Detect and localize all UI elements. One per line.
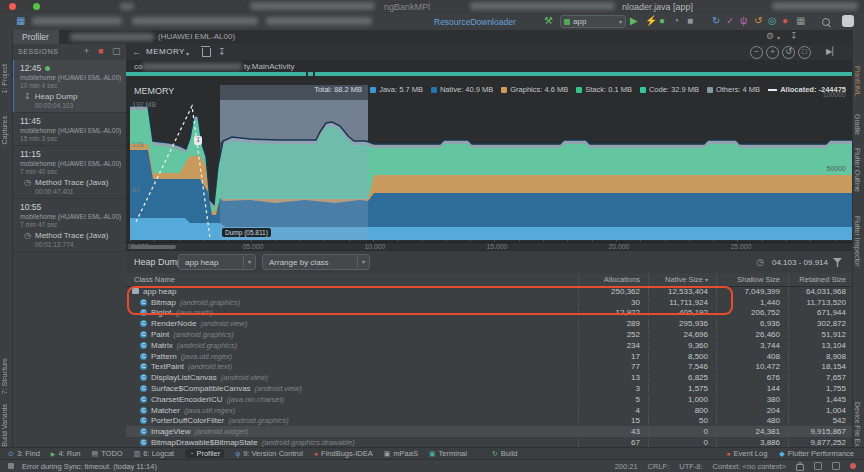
gear-icon[interactable]: ⚙ <box>766 31 774 41</box>
tool-stripe-button[interactable]: Build Variants <box>1 404 8 447</box>
tool-window-button[interactable]: ● Event Log <box>726 449 767 458</box>
tool-window-button[interactable]: ▣ Terminal <box>429 449 467 458</box>
run-target-icon[interactable]: ◎ <box>768 14 777 28</box>
debug-icon[interactable]: ● <box>659 14 665 28</box>
session-item[interactable]: 11:15 mobilehome (HUAWEI EML-AL00) 7 min… <box>12 146 126 199</box>
zoom-to-selection-button[interactable]: □ <box>798 46 811 59</box>
collapse-panel-icon[interactable]: ▢ <box>112 46 121 57</box>
table-row[interactable]: ImageView (android.widget) 43 0 24,381 9… <box>126 426 852 437</box>
timeline-scrollbar[interactable] <box>130 245 176 249</box>
session-artifact[interactable]: ↧ Heap Dump 00:00:04.103 <box>24 92 122 109</box>
trash-icon[interactable] <box>202 48 211 57</box>
tool-stripe-button[interactable]: Flutter Inspector <box>854 216 861 267</box>
zoom-in-button[interactable]: + <box>766 46 779 59</box>
sync-project-icon[interactable]: ↻ <box>712 14 720 28</box>
stop-icon[interactable]: ■ <box>687 14 693 28</box>
add-session-icon[interactable]: + <box>84 46 89 57</box>
status-message[interactable]: Error during Sync: timeout. (today 11:14… <box>22 462 157 471</box>
table-row[interactable]: Bitmap (android.graphics) 30 11,711,924 … <box>126 297 852 308</box>
status-icon[interactable] <box>8 463 14 469</box>
selection-overlay-top[interactable] <box>220 85 368 100</box>
column-shallow-size[interactable]: Shallow Size <box>716 273 788 286</box>
arrange-by-select[interactable]: Arrange by class ▾ <box>262 254 370 270</box>
table-row[interactable]: Paint (android.graphics) 252 24,696 26,4… <box>126 329 852 340</box>
lock-icon[interactable] <box>796 464 804 471</box>
export-icon[interactable]: ↧ <box>218 46 226 58</box>
column-allocations[interactable]: Allocations <box>578 273 648 286</box>
tool-window-button[interactable]: ▤ TODO <box>92 449 123 458</box>
tool-window-button[interactable]: ● FindBugs-IDEA <box>314 449 373 458</box>
build-hammer-icon[interactable]: ⚒ <box>544 14 553 28</box>
notifications-icon[interactable]: ● <box>782 14 788 28</box>
session-artifact[interactable]: ◷ Method Trace (Java) 00:01:12.774 <box>24 231 122 248</box>
stop-session-icon[interactable]: ■ <box>98 46 103 57</box>
class-name: PorterDuffColorFilter <box>151 416 224 425</box>
run-icon[interactable]: ▶ <box>630 14 638 28</box>
run-configuration-select[interactable]: app ▾ <box>560 15 626 28</box>
back-arrow-icon[interactable]: ← <box>132 46 141 58</box>
tool-stripe-button[interactable]: PlantUML <box>854 66 861 97</box>
table-row[interactable]: RenderNode (android.view) 289 295,936 6,… <box>126 318 852 329</box>
tool-window-button[interactable]: ▶ 4: Run <box>51 449 81 458</box>
user-avatar[interactable] <box>842 15 854 27</box>
memory-stacked-chart[interactable] <box>130 100 852 240</box>
notification-dot-icon[interactable] <box>850 463 856 469</box>
maximize-window-button[interactable] <box>33 3 40 10</box>
table-row[interactable]: BigInt (java.math) 12,922 405,192 206,75… <box>126 308 852 319</box>
table-row[interactable]: PorterDuffColorFilter (android.graphics)… <box>126 416 852 427</box>
table-row[interactable]: Pattern (java.util.regex) 17 8,500 408 8… <box>126 351 852 362</box>
table-row[interactable]: DisplayListCanvas (android.view) 13 6,82… <box>126 372 852 383</box>
import-session-icon[interactable]: ↧ <box>790 31 798 41</box>
filter-icon[interactable] <box>833 258 842 267</box>
heap-scope-select[interactable]: app heap ▾ <box>178 254 256 270</box>
tab-profiler[interactable]: Profiler <box>12 30 59 44</box>
tool-window-button[interactable]: ◆ Flutter Performance <box>779 449 854 458</box>
session-artifact[interactable]: ◷ Method Trace (Java) 00:00:47.401 <box>24 178 122 195</box>
table-row[interactable]: app heap 250,362 12,533,404 7,049,399 64… <box>126 286 852 297</box>
column-native-size[interactable]: Native Size ▾ <box>648 273 716 286</box>
table-row[interactable]: Matcher (java.util.regex) 4 800 204 1,00… <box>126 405 852 416</box>
close-window-button[interactable] <box>9 3 16 10</box>
rollback-icon[interactable]: ↺ <box>754 14 762 28</box>
profile-icon[interactable]: ◔ <box>673 14 679 28</box>
layout-grid-icon[interactable]: ▦ <box>796 14 805 28</box>
activity-lifecycle-bar[interactable] <box>126 72 852 76</box>
table-row[interactable]: CharsetEncoderICU (java.nio.charset) 5 1… <box>126 394 852 405</box>
breadcrumb[interactable]: ResourceDownloader <box>434 17 516 27</box>
table-row[interactable]: Matrix (android.graphics) 234 9,360 3,74… <box>126 340 852 351</box>
column-retained-size[interactable]: Retained Size <box>788 273 852 286</box>
search-everywhere-icon[interactable] <box>822 18 830 26</box>
session-item[interactable]: 11:45 mobilehome (HUAWEI EML-AL00) 15 mi… <box>12 113 126 146</box>
project-folder-icon[interactable]: ▦ <box>16 14 25 28</box>
tool-stripe-button[interactable]: Captures <box>1 116 8 144</box>
commit-icon[interactable]: ✓ <box>726 14 734 28</box>
session-item[interactable]: 12:45 mobilehome (HUAWEI EML-AL00) 10 mi… <box>12 60 126 113</box>
tool-window-button[interactable]: ◔ Profiler <box>185 449 224 458</box>
table-row[interactable]: Surface$CompatibleCanvas (android.view) … <box>126 383 852 394</box>
tool-stripe-button[interactable]: 7: Structure <box>1 358 8 394</box>
native-size-value: 6,825 <box>648 373 716 382</box>
reset-zoom-button[interactable]: ↺ <box>782 46 795 59</box>
caret-position[interactable]: 200:21 <box>615 462 638 471</box>
tool-stripe-button[interactable]: Gradle <box>854 114 861 135</box>
table-row[interactable]: TextPaint (android.text) 77 7,546 10,472… <box>126 362 852 373</box>
tool-window-button-build[interactable]: ↻ Build <box>492 449 518 458</box>
tool-stripe-button[interactable]: Flutter Outline <box>854 148 861 192</box>
file-encoding[interactable]: UTF-8: <box>679 462 702 471</box>
stage-selector[interactable]: MEMORY <box>146 47 185 56</box>
tool-window-button[interactable]: ▥ 6: Logcat <box>134 449 174 458</box>
tool-window-button[interactable]: ⊙ 3: Find <box>8 449 40 458</box>
heap-dump-event-marker[interactable]: ↧ <box>194 136 202 145</box>
column-class-name[interactable]: Class Name <box>126 273 578 286</box>
jump-to-live-icon[interactable]: ▶▏ <box>826 46 838 58</box>
tool-window-button[interactable]: ψ 9: Version Control <box>235 449 303 458</box>
apply-changes-icon[interactable]: ⚡ <box>645 14 657 28</box>
line-separator[interactable]: CRLF: <box>648 462 670 471</box>
vcs-branch-icon[interactable]: ψ <box>740 14 747 28</box>
tool-stripe-button[interactable]: 1: Project <box>1 64 8 94</box>
minimize-window-button[interactable] <box>0 3 7 10</box>
session-item[interactable]: 10:55 mobilehome (HUAWEI EML-AL00) 7 min… <box>12 199 126 252</box>
context-indicator[interactable]: Context: <no context> <box>713 462 786 471</box>
tool-window-button[interactable]: ▣ mPaaS <box>384 449 418 458</box>
zoom-out-button[interactable]: − <box>750 46 763 59</box>
